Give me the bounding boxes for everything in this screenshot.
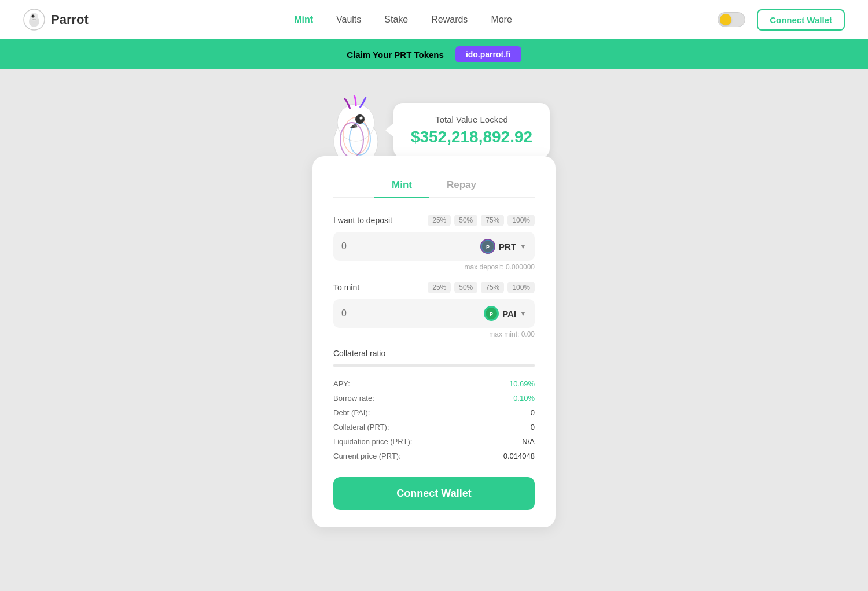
svg-point-11 (359, 117, 362, 120)
stat-val-apy: 10.69% (509, 379, 535, 388)
mint-pct-25[interactable]: 25% (428, 282, 451, 293)
deposit-token-chevron: ▼ (520, 242, 527, 250)
stat-key-current-price: Current price (PRT): (333, 452, 401, 460)
mint-header: To mint 25% 50% 75% 100% (333, 282, 535, 293)
stat-val-borrow: 0.10% (513, 394, 535, 402)
mint-pct-75[interactable]: 75% (481, 282, 504, 293)
nav-stake[interactable]: Stake (384, 14, 408, 25)
mint-token-label: PAI (502, 309, 516, 319)
stat-row-liquidation: Liquidation price (PRT): N/A (333, 434, 535, 449)
mint-input-row: P PAI ▼ (333, 299, 535, 328)
prt-token-icon: P (480, 239, 495, 254)
mint-label: To mint (333, 283, 359, 292)
nav-mint[interactable]: Mint (294, 14, 313, 25)
collateral-section: Collateral ratio (333, 349, 535, 367)
parrot-logo-icon (23, 9, 45, 31)
svg-point-10 (355, 114, 365, 124)
deposit-label: I want to deposit (333, 216, 392, 225)
svg-point-12 (360, 119, 361, 120)
mint-pct-100[interactable]: 100% (507, 282, 535, 293)
logo-text: Parrot (51, 12, 89, 27)
tab-repay[interactable]: Repay (429, 173, 494, 198)
mint-amount-input[interactable] (341, 308, 478, 319)
deposit-token-label: PRT (499, 242, 516, 252)
connect-wallet-button-main[interactable]: Connect Wallet (333, 477, 535, 510)
collateral-bar (333, 364, 535, 367)
banner-link[interactable]: ido.parrot.fi (455, 46, 521, 62)
deposit-pct-buttons: 25% 50% 75% 100% (428, 215, 535, 226)
deposit-section: I want to deposit 25% 50% 75% 100% P (333, 215, 535, 271)
nav-rewards[interactable]: Rewards (431, 14, 468, 25)
stat-row-collateral: Collateral (PRT): 0 (333, 420, 535, 434)
connect-wallet-button-nav[interactable]: Connect Wallet (757, 9, 845, 31)
mint-section: To mint 25% 50% 75% 100% P PAI (333, 282, 535, 338)
banner-text: Claim Your PRT Tokens (347, 50, 444, 60)
card-tabs: Mint Repay (333, 173, 535, 198)
mint-token-chevron: ▼ (520, 309, 527, 317)
nav-links: Mint Vaults Stake Rewards More (294, 14, 512, 25)
deposit-pct-25[interactable]: 25% (428, 215, 451, 226)
svg-point-4 (33, 16, 34, 17)
deposit-pct-100[interactable]: 100% (507, 215, 535, 226)
stat-row-apy: APY: 10.69% (333, 376, 535, 391)
collateral-label: Collateral ratio (333, 349, 535, 358)
deposit-pct-75[interactable]: 75% (481, 215, 504, 226)
mint-pct-buttons: 25% 50% 75% 100% (428, 282, 535, 293)
main-content: Total Value Locked $352,218,892.92 Mint … (0, 69, 868, 551)
stats-section: APY: 10.69% Borrow rate: 0.10% Debt (PAI… (333, 376, 535, 463)
stat-row-borrow: Borrow rate: 0.10% (333, 391, 535, 405)
nav-more[interactable]: More (491, 14, 512, 25)
deposit-pct-50[interactable]: 50% (454, 215, 477, 226)
stat-row-debt: Debt (PAI): 0 (333, 405, 535, 420)
svg-text:P: P (486, 244, 490, 250)
navbar: Parrot Mint Vaults Stake Rewards More Co… (0, 0, 868, 39)
svg-text:P: P (490, 311, 493, 317)
tvl-bubble: Total Value Locked $352,218,892.92 (393, 103, 550, 158)
deposit-token-selector[interactable]: P PRT ▼ (480, 239, 527, 254)
mint-card: Mint Repay I want to deposit 25% 50% 75%… (312, 156, 556, 527)
deposit-header: I want to deposit 25% 50% 75% 100% (333, 215, 535, 226)
stat-key-liquidation: Liquidation price (PRT): (333, 437, 412, 446)
banner: Claim Your PRT Tokens ido.parrot.fi (0, 39, 868, 69)
navbar-right: Connect Wallet (718, 9, 845, 31)
stat-val-current-price: 0.014048 (503, 452, 535, 460)
stat-val-collateral: 0 (531, 423, 535, 431)
deposit-max-label: max deposit: 0.000000 (333, 263, 535, 271)
stat-key-apy: APY: (333, 379, 350, 388)
tvl-label: Total Value Locked (411, 114, 532, 124)
stat-key-collateral: Collateral (PRT): (333, 423, 389, 431)
deposit-input-row: P PRT ▼ (333, 232, 535, 261)
nav-vaults[interactable]: Vaults (336, 14, 361, 25)
mint-pct-50[interactable]: 50% (454, 282, 477, 293)
toggle-knob (720, 14, 731, 25)
stat-key-debt: Debt (PAI): (333, 408, 370, 417)
logo: Parrot (23, 9, 89, 31)
stat-row-current-price: Current price (PRT): 0.014048 (333, 449, 535, 463)
stat-key-borrow: Borrow rate: (333, 394, 374, 402)
stat-val-debt: 0 (531, 408, 535, 417)
mint-max-label: max mint: 0.00 (333, 330, 535, 338)
tab-mint[interactable]: Mint (374, 173, 429, 198)
pai-token-icon: P (484, 306, 499, 321)
deposit-amount-input[interactable] (341, 241, 475, 252)
theme-toggle[interactable] (718, 12, 745, 27)
stat-val-liquidation: N/A (522, 437, 535, 446)
svg-point-3 (32, 15, 35, 18)
mint-token-selector[interactable]: P PAI ▼ (484, 306, 527, 321)
tvl-value: $352,218,892.92 (411, 128, 532, 146)
